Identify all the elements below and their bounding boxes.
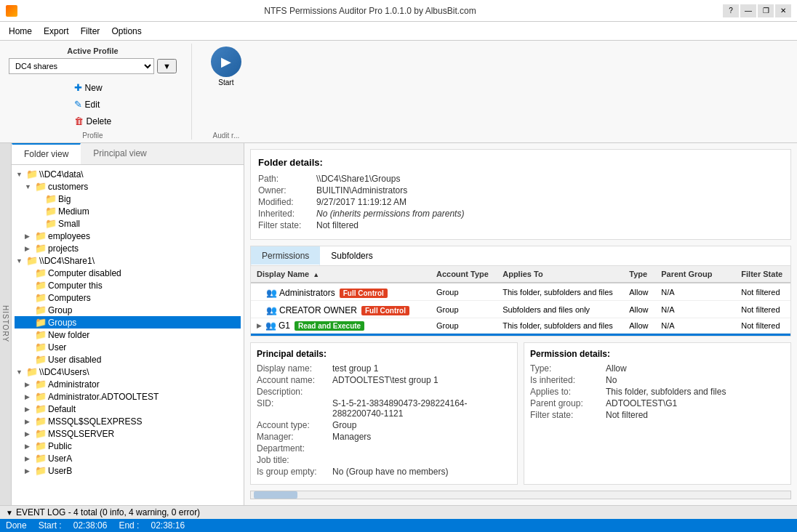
tree-label: customers [48,182,88,192]
perm-tabs: Permissions Subfolders [251,246,790,266]
folder-details-title: Folder details: [258,157,783,168]
new-icon: ✚ [74,82,82,93]
tree-item-dc4users[interactable]: ▼ 📁 \\DC4\Users\ [15,366,241,378]
tab-folder-view[interactable]: Folder view [12,143,81,164]
status-done: Done [6,520,27,531]
status-bar: Done Start : 02:38:06 End : 02:38:16 [0,519,797,532]
tree-item-mssqlssqlexpress[interactable]: ▶ 📁 MSSQL$SQLEXPRESS [15,415,241,427]
menu-export[interactable]: Export [38,25,75,38]
col-filter-state[interactable]: Filter State [735,266,790,283]
col-parent-group[interactable]: Parent Group [655,266,735,283]
folder-icon: 📁 [35,329,47,340]
profile-select[interactable]: DC4 shares [9,58,154,74]
profile-section-label: Profile [82,132,103,140]
history-tab[interactable]: HISTORY [0,143,12,505]
tree-item-big[interactable]: 📁 Big [15,193,241,205]
col-applies-to[interactable]: Applies To [497,266,623,283]
prd-filter-state-label: Filter state: [530,410,603,420]
tree-item-userb[interactable]: ▶ 📁 UserB [15,464,241,477]
minimize-button[interactable]: — [740,4,756,17]
cell-display-name: 👥 test group 1 Read and Execute [251,334,430,336]
folder-icon: 📁 [35,403,47,414]
account-name: Administrators [279,288,335,298]
tree-label: Administrator [48,379,100,390]
col-account-type[interactable]: Account Type [430,266,497,283]
tree-label: Small [58,219,80,229]
cell-type: Allow [623,283,655,301]
tree-item-dc4data[interactable]: ▼ 📁 \\DC4\data\ [15,168,241,180]
pd-is-group-empty-row: Is group empty: No (Group have no member… [257,467,511,477]
tree-item-computerdisabled[interactable]: 📁 Computer disabled [15,267,241,279]
tree-label: MSSQL$SQLEXPRESS [48,416,142,427]
folder-icon: 📁 [35,181,47,192]
horizontal-scrollbar[interactable] [250,491,791,499]
tab-subfolders[interactable]: Subfolders [320,246,383,265]
pd-department-row: Department: [257,443,511,454]
tree-item-computerthis[interactable]: 📁 Computer this [15,279,241,291]
pd-description-row: Description: [257,387,511,397]
tree-item-projects[interactable]: ▶ 📁 projects [15,242,241,254]
start-button[interactable]: ▶ Start [204,44,249,89]
menu-filter[interactable]: Filter [75,25,106,38]
tree-item-small[interactable]: 📁 Small [15,217,241,230]
tree-item-employees[interactable]: ▶ 📁 employees [15,230,241,242]
tree-item-dc4share1[interactable]: ▼ 📁 \\DC4\Share1\ [15,254,241,267]
folder-details: Folder details: Path: \\DC4\Share1\Group… [250,149,791,240]
close-button[interactable]: ✕ [775,4,791,17]
profile-dropdown-btn[interactable]: ▼ [157,59,177,73]
tree-item-computers[interactable]: 📁 Computers [15,291,241,304]
tree-item-group[interactable]: 📁 Group [15,304,241,316]
new-button[interactable]: ✚ New [69,80,117,95]
menu-home[interactable]: Home [3,25,38,38]
tab-permissions[interactable]: Permissions [251,246,320,265]
profile-action-buttons: ✚ New ✎ Edit 🗑 Delete [69,80,117,129]
pd-sid-row: SID: S-1-5-21-3834890473-298224164-28822… [257,398,511,419]
tree-item-usera[interactable]: ▶ 📁 UserA [15,452,241,464]
tree-item-public[interactable]: ▶ 📁 Public [15,440,241,452]
tree-item-medium[interactable]: 📁 Medium [15,205,241,217]
restore-button[interactable]: ❐ [758,4,774,17]
col-type[interactable]: Type [623,266,655,283]
edit-button[interactable]: ✎ Edit [69,97,117,112]
tree-item-customers[interactable]: ▼ 📁 customers [15,180,241,193]
tab-principal-view[interactable]: Principal view [81,143,159,164]
tree-item-default[interactable]: ▶ 📁 Default [15,403,241,415]
tree-item-userdisabled[interactable]: 📁 User disabled [15,353,241,366]
menu-bar: Home Export Filter Options [0,22,797,41]
tree-label: Computers [48,293,91,303]
expand-btn[interactable]: ▶ [257,322,262,329]
account-icon: 👥 [266,305,277,315]
table-row[interactable]: ▶ 👥 G1 Read and Execute Group This folde… [251,318,790,334]
delete-button[interactable]: 🗑 Delete [69,113,117,129]
tree-label: MSSQLSERVER [48,429,114,439]
tree-label: Computer disabled [48,268,121,278]
tree-item-groups[interactable]: 📁 Groups [15,316,241,329]
table-row[interactable]: 👥 Administrators Full Control Group This… [251,283,790,301]
tree-item-administrator[interactable]: ▶ 📁 Administrator [15,378,241,390]
event-log-toggle-icon: ▼ [6,509,13,517]
table-row[interactable]: 👥 test group 1 Read and Execute Group Th… [251,334,790,336]
menu-options[interactable]: Options [105,25,147,38]
tree-item-mssqlserver[interactable]: ▶ 📁 MSSQLSERVER [15,427,241,440]
help-button[interactable]: ? [723,4,739,17]
app-title: NTFS Permissions Auditor Pro 1.0.1.0 by … [17,6,723,16]
account-icon: 👥 [265,321,276,331]
tree-item-newfolder[interactable]: 📁 New folder [15,329,241,341]
detail-row-path: Path: \\DC4\Share1\Groups [258,174,783,184]
event-log-bar[interactable]: ▼ EVENT LOG - 4 total (0 info, 4 warning… [0,505,797,519]
title-bar-left [6,5,17,17]
tree-item-administratoradtool[interactable]: ▶ 📁 Administrator.ADTOOLTEST [15,390,241,403]
tree-item-user[interactable]: 📁 User [15,341,241,353]
col-display-name[interactable]: Display Name ▲ [251,266,430,283]
inherited-value: No (inherits permissions from parents) [316,209,464,219]
tree-label: employees [48,231,90,241]
pd-sid-value: S-1-5-21-3834890473-298224164-2882200740… [332,398,511,419]
table-row[interactable]: 👥 CREATOR OWNER Full Control Group Subfo… [251,301,790,318]
account-name: G1 [279,321,290,331]
prd-parent-group-row: Parent group: ADTOOLTEST\G1 [530,398,785,408]
folder-icon: 📁 [35,280,47,291]
folder-icon: 📁 [35,230,47,241]
folder-icon: 📁 [35,317,47,328]
cell-applies-to: Subfolders and files only [497,301,623,318]
folder-icon: 📁 [35,305,47,315]
